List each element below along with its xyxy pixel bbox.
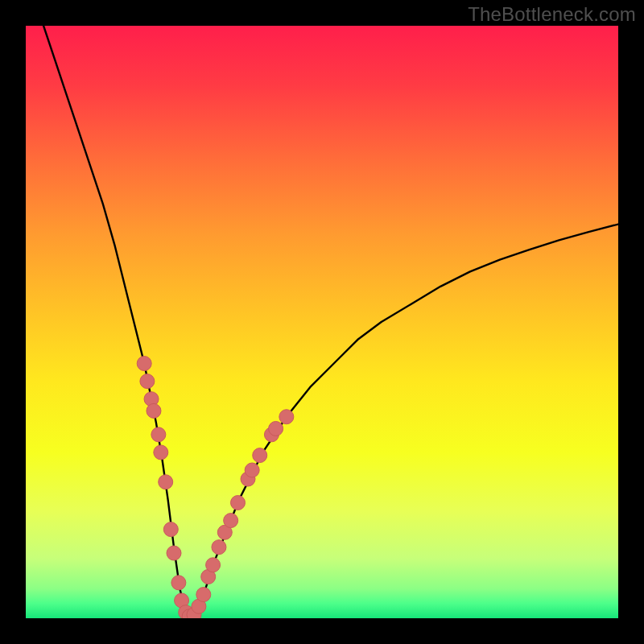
data-dot xyxy=(151,427,166,442)
bottleneck-chart xyxy=(26,26,618,618)
data-dot xyxy=(140,374,155,389)
data-dot xyxy=(206,558,221,572)
data-dot xyxy=(253,448,267,463)
data-dot xyxy=(154,445,168,460)
data-dot xyxy=(163,522,178,537)
chart-frame: TheBottleneck.com xyxy=(0,0,644,644)
data-dot xyxy=(137,357,151,371)
plot-area xyxy=(26,26,618,618)
data-dot xyxy=(245,463,259,477)
data-dot xyxy=(147,403,161,418)
data-dot xyxy=(279,410,294,424)
data-dot xyxy=(171,576,186,590)
data-dot xyxy=(269,421,283,436)
data-dot xyxy=(224,514,238,528)
gradient-background xyxy=(26,26,618,618)
data-dot xyxy=(196,588,211,602)
data-dot xyxy=(167,546,181,560)
data-dot xyxy=(159,475,173,489)
watermark-text: TheBottleneck.com xyxy=(468,3,636,26)
data-dot xyxy=(230,495,245,510)
data-dot xyxy=(212,540,226,555)
